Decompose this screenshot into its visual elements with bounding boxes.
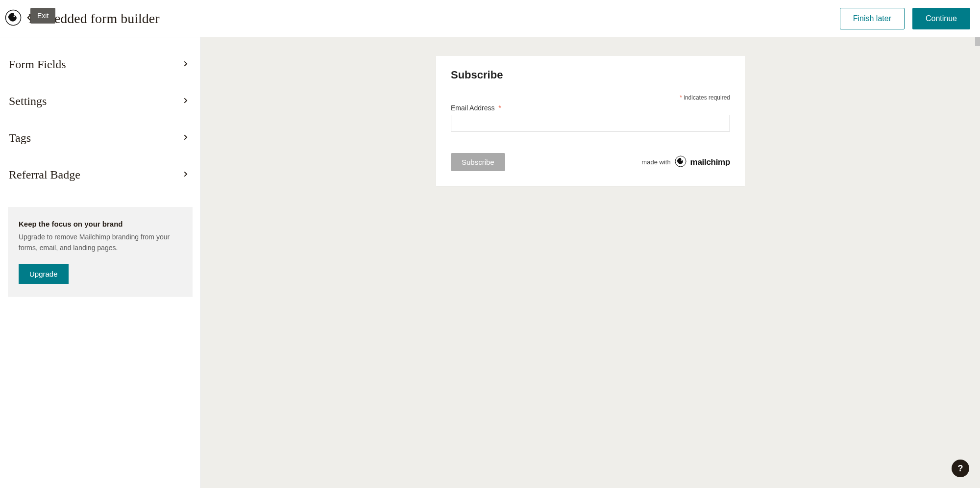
svg-point-3 [681, 160, 682, 161]
asterisk-icon: * [498, 104, 501, 112]
svg-point-1 [14, 15, 15, 17]
mailchimp-logo-icon[interactable] [5, 9, 22, 28]
promo-title: Keep the focus on your brand [19, 220, 182, 228]
mailchimp-wordmark: mailchimp [690, 157, 730, 167]
upgrade-button[interactable]: Upgrade [19, 264, 69, 284]
mailchimp-logo-icon [675, 155, 686, 169]
sidebar-item-label: Referral Badge [9, 168, 80, 181]
upgrade-promo: Keep the focus on your brand Upgrade to … [8, 207, 193, 297]
help-button[interactable]: ? [952, 460, 969, 477]
required-note-text: indicates required [684, 94, 730, 101]
main-layout: Form Fields Settings Tags Referral Badge… [0, 37, 980, 488]
sidebar-item-label: Form Fields [9, 58, 66, 71]
sidebar-item-label: Settings [9, 95, 47, 108]
subscribe-form-card: Subscribe * indicates required Email Add… [436, 56, 745, 186]
sidebar-item-settings[interactable]: Settings [8, 83, 193, 120]
form-footer: Subscribe made with mailchimp [451, 153, 730, 171]
header-actions: Finish later Continue [840, 8, 970, 29]
continue-button[interactable]: Continue [912, 8, 970, 29]
preview-canvas: Subscribe * indicates required Email Add… [201, 37, 980, 488]
exit-label: Exit [37, 12, 49, 20]
made-with-badge[interactable]: made with mailchimp [641, 155, 730, 169]
sidebar-item-referral-badge[interactable]: Referral Badge [8, 156, 193, 193]
chevron-right-icon [182, 60, 190, 70]
chevron-right-icon [182, 133, 190, 143]
question-mark-icon: ? [958, 463, 963, 474]
form-heading: Subscribe [451, 69, 730, 81]
email-label: Email Address * [451, 104, 730, 112]
sidebar-item-tags[interactable]: Tags [8, 120, 193, 156]
promo-body: Upgrade to remove Mailchimp branding fro… [19, 232, 182, 253]
exit-tooltip[interactable]: Exit [30, 8, 55, 24]
sidebar-item-label: Tags [9, 131, 31, 145]
finish-later-button[interactable]: Finish later [840, 8, 905, 29]
asterisk-icon: * [680, 94, 682, 101]
scrollbar-indicator[interactable] [975, 37, 980, 46]
email-input[interactable] [451, 115, 730, 131]
required-indicator-note: * indicates required [451, 94, 730, 101]
sidebar-item-form-fields[interactable]: Form Fields [8, 46, 193, 83]
email-label-text: Email Address [451, 104, 494, 112]
subscribe-button[interactable]: Subscribe [451, 153, 505, 171]
chevron-right-icon [182, 170, 190, 180]
chevron-right-icon [182, 97, 190, 106]
app-header: Exit Embedded form builder Finish later … [0, 0, 980, 37]
made-with-text: made with [641, 158, 670, 166]
sidebar: Form Fields Settings Tags Referral Badge… [0, 37, 201, 488]
